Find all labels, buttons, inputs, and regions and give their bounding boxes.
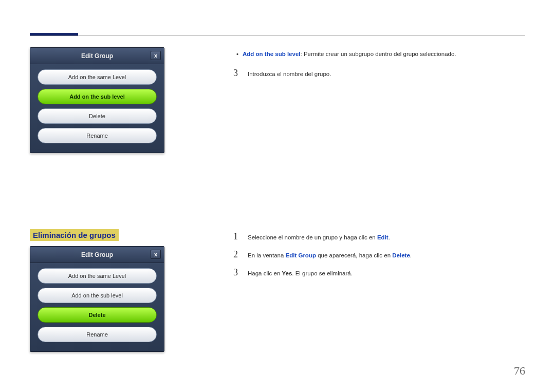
step-text: Haga clic en Yes. El grupo se eliminará. [248,270,353,276]
dialog-title: Edit Group [81,251,113,258]
rename-button[interactable]: Rename [38,128,157,143]
header-accent-bar [30,33,78,36]
edit-group-dialog-2: Edit Group x Add on the same Level Add o… [30,246,164,352]
step-row: 3 Introduzca el nombre del grupo. [233,66,521,81]
add-sub-level-button[interactable]: Add on the sub level [38,89,157,104]
dialog-body: Add on the same Level Add on the sub lev… [30,263,164,347]
keyword-edit: Edit [377,234,388,240]
left-column: Edit Group x Add on the same Level Add o… [30,47,169,352]
section-heading: Eliminación de grupos [30,229,119,241]
delete-button[interactable]: Delete [38,307,157,323]
right-column-steps: 1 Seleccione el nombre de un grupo y hag… [233,231,521,285]
header-rule [30,35,525,35]
close-icon[interactable]: x [151,51,161,60]
bullet-icon: • [233,49,238,59]
keyword-edit-group: Edit Group [286,252,316,258]
step-number: 1 [233,231,240,242]
right-column-top: • Add on the sub level: Permite crear un… [233,49,521,88]
dialog-header: Edit Group x [30,247,164,263]
add-same-level-button[interactable]: Add on the same Level [38,268,157,284]
bullet-text: Add on the sub level: Permite crear un s… [243,49,456,59]
step-number: 3 [233,66,240,81]
dialog-title: Edit Group [81,52,113,60]
step-row-3: 3 Haga clic en Yes. El grupo se eliminar… [233,267,521,278]
bullet-item: • Add on the sub level: Permite crear un… [233,49,521,59]
dialog-body: Add on the same Level Add on the sub lev… [30,64,164,148]
add-sub-level-button[interactable]: Add on the sub level [38,288,157,303]
keyword-delete: Delete [392,252,410,258]
step-text: En la ventana Edit Group que aparecerá, … [248,252,412,258]
close-icon[interactable]: x [151,250,161,259]
page-number: 76 [514,364,525,378]
step-text: Seleccione el nombre de un grupo y haga … [248,234,390,240]
keyword-add-sub-level: Add on the sub level [243,51,300,57]
delete-button[interactable]: Delete [38,108,157,124]
add-same-level-button[interactable]: Add on the same Level [38,69,157,85]
step-row-2: 2 En la ventana Edit Group que aparecerá… [233,249,521,260]
step-row-1: 1 Seleccione el nombre de un grupo y hag… [233,231,521,242]
dialog-header: Edit Group x [30,48,164,64]
step-text: Introduzca el nombre del grupo. [248,69,331,79]
keyword-yes: Yes [282,270,292,276]
edit-group-dialog-1: Edit Group x Add on the same Level Add o… [30,47,164,153]
step-number: 3 [233,267,240,278]
rename-button[interactable]: Rename [38,327,157,342]
step-number: 2 [233,249,240,260]
